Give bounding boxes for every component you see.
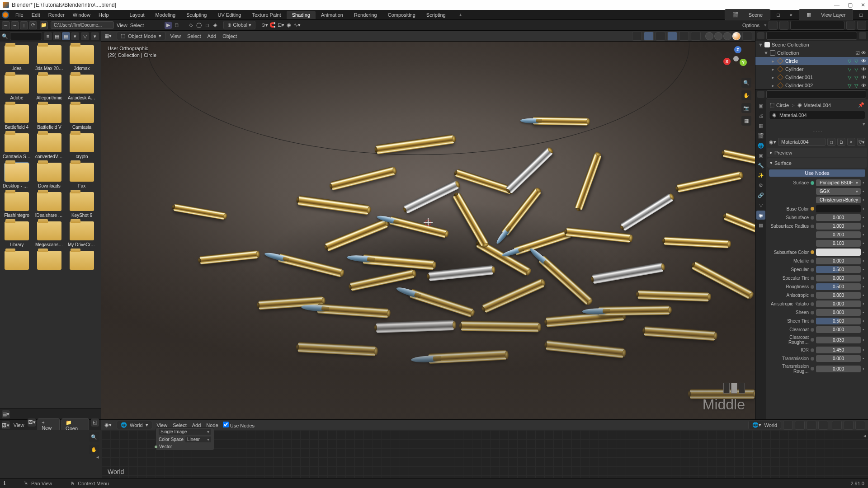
property-value-input[interactable]: 1.450 — [816, 347, 861, 353]
ie-view-menu[interactable]: View — [14, 422, 24, 428]
socket-dot-icon[interactable] — [811, 302, 814, 306]
socket-dot-icon[interactable] — [811, 225, 814, 228]
outliner-scene-collection[interactable]: ▼ Scene Collection — [755, 41, 868, 49]
unlink-button[interactable] — [807, 421, 816, 430]
shader-type-dropdown[interactable]: 🌐 World ▾ — [117, 421, 152, 429]
scene-selector[interactable]: 🎬 Scene — [725, 9, 770, 20]
folder-item[interactable]: Camtasia Stu… — [2, 133, 32, 159]
select-menu[interactable]: Select — [130, 23, 144, 28]
xray-toggle[interactable] — [691, 32, 701, 41]
keyframe-dot[interactable]: • — [863, 276, 865, 281]
property-value-input[interactable]: 0.500 — [816, 266, 861, 273]
editor-type-props-icon[interactable] — [757, 91, 764, 98]
material-name-input[interactable]: Material.004 — [778, 138, 826, 146]
tab-mesh[interactable]: ▽ — [756, 201, 765, 210]
folder-item[interactable]: 3ds Max 2020 — [34, 45, 64, 71]
camera-icon[interactable]: 📷 — [741, 103, 751, 113]
outliner-collection[interactable]: ▼ Collection ☑ 👁 — [755, 49, 868, 57]
tab-constraint[interactable]: 🔗 — [756, 191, 765, 200]
zoom-icon[interactable]: 🔍 — [89, 432, 99, 442]
keyframe-dot[interactable]: • — [863, 310, 865, 315]
surface-shader-dropdown[interactable]: Principled BSDF — [816, 179, 861, 186]
folder-item[interactable]: Desktop - Sho… — [2, 163, 32, 188]
3d-viewport[interactable]: User Orthographic (29) Collection | Circ… — [101, 42, 755, 419]
workspace-animation[interactable]: Animation — [316, 11, 349, 19]
forward-button[interactable]: → — [11, 21, 19, 29]
new-material-button[interactable]: 🗋 — [837, 138, 845, 146]
visibility-selectability-icon[interactable] — [632, 32, 642, 41]
image-editor-type-icon[interactable]: 🖼▾ — [2, 421, 10, 429]
interaction-mode-dropdown[interactable]: ⬚ Object Mode ▾ — [117, 32, 165, 40]
scene-delete-icon[interactable]: × — [786, 11, 796, 19]
keyframe-dot[interactable]: • — [863, 301, 865, 306]
workspace-shading[interactable]: Shading — [287, 11, 316, 19]
options-dropdown[interactable]: Options — [740, 22, 762, 29]
fake-user-button[interactable] — [783, 421, 793, 430]
property-value-input[interactable]: 0.030 — [816, 337, 861, 343]
node-color-space-dropdown[interactable]: Linear — [185, 436, 211, 442]
up-button[interactable]: ↑ — [20, 21, 28, 29]
vp-menu-view[interactable]: View — [170, 33, 181, 39]
gizmos-dropdown[interactable] — [656, 32, 665, 41]
tab-viewlayer[interactable]: ▦ — [756, 121, 765, 130]
use-nodes-button[interactable]: Use Nodes — [769, 169, 865, 177]
workspace-sculpting[interactable]: Sculpting — [181, 11, 212, 19]
folder-item[interactable]: Downloads — [34, 163, 64, 188]
pivot-dropdown[interactable]: ⊙▾ — [261, 22, 268, 29]
pin-button[interactable] — [818, 421, 828, 430]
eye-icon[interactable]: 👁 — [861, 75, 866, 80]
shading-solid[interactable] — [714, 32, 722, 40]
socket-dot-icon[interactable] — [811, 367, 814, 371]
viewlayer-selector[interactable]: ▦ View Layer — [799, 9, 853, 20]
file-search-input[interactable] — [10, 32, 42, 40]
ne-menu-select[interactable]: Select — [173, 422, 187, 428]
snap-toggle[interactable] — [844, 421, 854, 430]
keyframe-dot[interactable]: • — [863, 206, 865, 211]
manipulator-scale-icon[interactable]: □ — [203, 22, 211, 29]
outliner-object-row[interactable]: ▸Cylinder▽▽👁 — [755, 65, 868, 73]
gizmo-center[interactable] — [733, 56, 739, 61]
folder-item[interactable]: KeyShot 6 — [67, 192, 97, 218]
cursor-tool-icon[interactable]: ▶ — [165, 22, 172, 29]
mesh-data-icon[interactable]: ▽ — [848, 83, 853, 88]
add-workspace-button[interactable]: + — [456, 11, 466, 19]
menu-file[interactable]: File — [12, 11, 27, 19]
maximize-button[interactable]: ▢ — [848, 2, 853, 8]
socket-dot-icon[interactable] — [811, 357, 814, 361]
eye-icon[interactable]: 👁 — [861, 58, 866, 64]
distribution-dropdown[interactable]: GGX — [816, 188, 861, 195]
folder-item[interactable]: .idea — [2, 45, 32, 71]
drag-handle[interactable]: ⋯⋯ — [767, 129, 867, 135]
folder-item[interactable]: Allegorithmic — [34, 75, 64, 100]
preview-panel-header[interactable]: ▸ Preview — [767, 148, 867, 157]
property-value-input[interactable]: 0.000 — [816, 309, 861, 316]
proportional-falloff-dropdown[interactable]: ∿▾ — [293, 22, 301, 29]
property-value-input[interactable]: 0.500 — [816, 318, 861, 324]
editor-type-dropdown[interactable]: ▤▾ — [2, 410, 10, 418]
pan-icon[interactable]: ✋ — [741, 90, 751, 100]
property-value-input[interactable]: 0.000 — [816, 326, 861, 333]
scene-new-icon[interactable]: □ — [773, 11, 783, 19]
view-filter-chevron[interactable]: ▾ — [71, 32, 79, 40]
triangle-down-icon[interactable]: ▼ — [758, 42, 763, 47]
shading-matprev[interactable] — [723, 32, 731, 40]
editor-type-viewport-icon[interactable]: ▦▾ — [104, 32, 112, 40]
outliner-object-row[interactable]: ▸Cylinder.001▽▽👁 — [755, 73, 868, 81]
keyframe-dot[interactable]: • — [863, 293, 865, 298]
folder-item[interactable] — [34, 251, 64, 272]
tab-output[interactable]: 🖨 — [756, 111, 765, 120]
breadcrumb-material[interactable]: Material.004 — [804, 103, 831, 108]
node-canvas[interactable]: Single Image Color Space Linear Vector W… — [101, 430, 868, 478]
sss-method-dropdown[interactable]: Christensen-Burley — [816, 197, 861, 203]
node-editor-type-icon[interactable]: ◉▾ — [104, 421, 112, 429]
plus-icon[interactable] — [857, 21, 866, 30]
pan-icon[interactable]: ✋ — [89, 445, 99, 455]
menu-help[interactable]: Help — [95, 11, 113, 19]
folder-item[interactable]: Battlefield 4 — [2, 104, 32, 130]
socket-dot-icon[interactable] — [811, 181, 814, 185]
ne-menu-view[interactable]: View — [157, 422, 168, 428]
breadcrumb-object[interactable]: Circle — [776, 103, 789, 108]
ortho-persp-icon[interactable]: ▦ — [741, 116, 751, 126]
menu-render[interactable]: Render — [45, 11, 68, 19]
folder-item[interactable]: Library — [2, 221, 32, 247]
